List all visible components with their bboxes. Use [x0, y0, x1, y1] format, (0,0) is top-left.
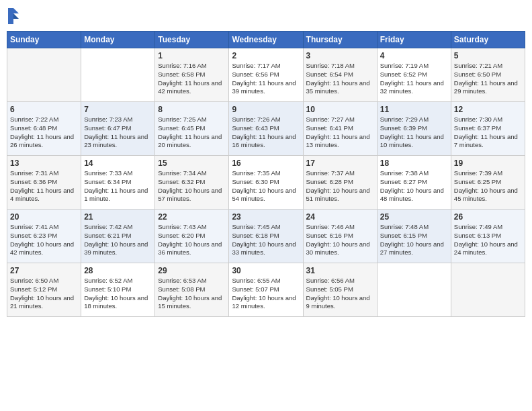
day-number: 4 — [380, 51, 448, 60]
col-header-saturday: Saturday — [451, 32, 525, 48]
cell-info: Sunrise: 7:34 AMSunset: 6:32 PMDaylight:… — [158, 169, 226, 203]
day-number: 20 — [10, 212, 78, 222]
cell-info: Sunrise: 6:55 AMSunset: 5:07 PMDaylight:… — [232, 277, 300, 311]
day-number: 6 — [10, 105, 78, 114]
cell-info: Sunrise: 7:25 AMSunset: 6:45 PMDaylight:… — [158, 116, 226, 150]
day-number: 31 — [306, 266, 374, 275]
calendar-cell: 26Sunrise: 7:49 AMSunset: 6:13 PMDayligh… — [451, 210, 525, 263]
cell-info: Sunrise: 7:35 AMSunset: 6:30 PMDaylight:… — [232, 169, 300, 203]
calendar-cell: 16Sunrise: 7:35 AMSunset: 6:30 PMDayligh… — [229, 156, 303, 210]
day-number: 26 — [454, 212, 522, 222]
calendar-cell: 11Sunrise: 7:29 AMSunset: 6:39 PMDayligh… — [377, 102, 451, 156]
cell-info: Sunrise: 7:16 AMSunset: 6:58 PMDaylight:… — [158, 62, 226, 96]
cell-info: Sunrise: 7:41 AMSunset: 6:23 PMDaylight:… — [10, 223, 78, 257]
cell-info: Sunrise: 7:39 AMSunset: 6:25 PMDaylight:… — [454, 169, 522, 203]
logo-icon — [7, 7, 20, 26]
calendar-cell: 5Sunrise: 7:21 AMSunset: 6:50 PMDaylight… — [451, 48, 525, 102]
day-number: 29 — [158, 266, 226, 275]
cell-info: Sunrise: 7:33 AMSunset: 6:34 PMDaylight:… — [84, 169, 152, 203]
calendar-cell: 17Sunrise: 7:37 AMSunset: 6:28 PMDayligh… — [303, 156, 377, 210]
day-number: 5 — [454, 51, 522, 60]
day-number: 7 — [84, 105, 152, 114]
cell-info: Sunrise: 7:37 AMSunset: 6:28 PMDaylight:… — [306, 169, 374, 203]
col-header-friday: Friday — [377, 32, 451, 48]
day-number: 1 — [158, 51, 226, 60]
week-row-2: 6Sunrise: 7:22 AMSunset: 6:48 PMDaylight… — [7, 102, 525, 156]
calendar-cell: 1Sunrise: 7:16 AMSunset: 6:58 PMDaylight… — [155, 48, 229, 102]
calendar-cell: 21Sunrise: 7:42 AMSunset: 6:21 PMDayligh… — [81, 210, 155, 263]
calendar-cell: 20Sunrise: 7:41 AMSunset: 6:23 PMDayligh… — [7, 210, 81, 263]
day-number: 13 — [10, 158, 78, 168]
calendar-cell — [81, 48, 155, 102]
calendar-cell — [451, 263, 525, 317]
col-header-monday: Monday — [81, 32, 155, 48]
cell-info: Sunrise: 7:48 AMSunset: 6:15 PMDaylight:… — [380, 223, 448, 257]
day-number: 14 — [84, 158, 152, 168]
day-number: 28 — [84, 266, 152, 275]
cell-info: Sunrise: 7:26 AMSunset: 6:43 PMDaylight:… — [232, 116, 300, 150]
calendar-cell: 2Sunrise: 7:17 AMSunset: 6:56 PMDaylight… — [229, 48, 303, 102]
cell-info: Sunrise: 7:23 AMSunset: 6:47 PMDaylight:… — [84, 116, 152, 150]
day-number: 3 — [306, 51, 374, 60]
cell-info: Sunrise: 7:17 AMSunset: 6:56 PMDaylight:… — [232, 62, 300, 96]
calendar-cell: 15Sunrise: 7:34 AMSunset: 6:32 PMDayligh… — [155, 156, 229, 210]
cell-info: Sunrise: 7:22 AMSunset: 6:48 PMDaylight:… — [10, 116, 78, 150]
calendar-cell: 4Sunrise: 7:19 AMSunset: 6:52 PMDaylight… — [377, 48, 451, 102]
calendar-table: SundayMondayTuesdayWednesdayThursdayFrid… — [7, 31, 525, 317]
cell-info: Sunrise: 6:53 AMSunset: 5:08 PMDaylight:… — [158, 277, 226, 311]
svg-rect-2 — [8, 8, 13, 24]
day-number: 27 — [10, 266, 78, 275]
cell-info: Sunrise: 6:52 AMSunset: 5:10 PMDaylight:… — [84, 277, 152, 311]
calendar-cell: 3Sunrise: 7:18 AMSunset: 6:54 PMDaylight… — [303, 48, 377, 102]
day-number: 12 — [454, 105, 522, 114]
calendar-cell: 6Sunrise: 7:22 AMSunset: 6:48 PMDaylight… — [7, 102, 81, 156]
cell-info: Sunrise: 7:18 AMSunset: 6:54 PMDaylight:… — [306, 62, 374, 96]
day-number: 17 — [306, 158, 374, 168]
calendar-cell: 9Sunrise: 7:26 AMSunset: 6:43 PMDaylight… — [229, 102, 303, 156]
calendar-cell: 29Sunrise: 6:53 AMSunset: 5:08 PMDayligh… — [155, 263, 229, 317]
day-number: 23 — [232, 212, 300, 222]
col-header-wednesday: Wednesday — [229, 32, 303, 48]
week-row-4: 20Sunrise: 7:41 AMSunset: 6:23 PMDayligh… — [7, 210, 525, 263]
cell-info: Sunrise: 6:50 AMSunset: 5:12 PMDaylight:… — [10, 277, 78, 311]
calendar-cell: 13Sunrise: 7:31 AMSunset: 6:36 PMDayligh… — [7, 156, 81, 210]
week-row-3: 13Sunrise: 7:31 AMSunset: 6:36 PMDayligh… — [7, 156, 525, 210]
calendar-cell: 31Sunrise: 6:56 AMSunset: 5:05 PMDayligh… — [303, 263, 377, 317]
calendar-cell: 14Sunrise: 7:33 AMSunset: 6:34 PMDayligh… — [81, 156, 155, 210]
day-number: 30 — [232, 266, 300, 275]
calendar-cell — [7, 48, 81, 102]
calendar-cell: 22Sunrise: 7:43 AMSunset: 6:20 PMDayligh… — [155, 210, 229, 263]
week-row-5: 27Sunrise: 6:50 AMSunset: 5:12 PMDayligh… — [7, 263, 525, 317]
cell-info: Sunrise: 7:19 AMSunset: 6:52 PMDaylight:… — [380, 62, 448, 96]
cell-info: Sunrise: 7:45 AMSunset: 6:18 PMDaylight:… — [232, 223, 300, 257]
calendar-cell — [377, 263, 451, 317]
cell-info: Sunrise: 7:38 AMSunset: 6:27 PMDaylight:… — [380, 169, 448, 203]
cell-info: Sunrise: 6:56 AMSunset: 5:05 PMDaylight:… — [306, 277, 374, 311]
calendar-cell: 8Sunrise: 7:25 AMSunset: 6:45 PMDaylight… — [155, 102, 229, 156]
day-number: 8 — [158, 105, 226, 114]
col-header-tuesday: Tuesday — [155, 32, 229, 48]
day-number: 19 — [454, 158, 522, 168]
header-row: SundayMondayTuesdayWednesdayThursdayFrid… — [7, 32, 525, 48]
day-number: 21 — [84, 212, 152, 222]
cell-info: Sunrise: 7:42 AMSunset: 6:21 PMDaylight:… — [84, 223, 152, 257]
calendar-cell: 7Sunrise: 7:23 AMSunset: 6:47 PMDaylight… — [81, 102, 155, 156]
calendar-cell: 23Sunrise: 7:45 AMSunset: 6:18 PMDayligh… — [229, 210, 303, 263]
svg-marker-1 — [13, 13, 19, 19]
day-number: 10 — [306, 105, 374, 114]
page-header — [7, 7, 525, 26]
calendar-cell: 27Sunrise: 6:50 AMSunset: 5:12 PMDayligh… — [7, 263, 81, 317]
cell-info: Sunrise: 7:43 AMSunset: 6:20 PMDaylight:… — [158, 223, 226, 257]
day-number: 11 — [380, 105, 448, 114]
calendar-cell: 18Sunrise: 7:38 AMSunset: 6:27 PMDayligh… — [377, 156, 451, 210]
col-header-sunday: Sunday — [7, 32, 81, 48]
cell-info: Sunrise: 7:31 AMSunset: 6:36 PMDaylight:… — [10, 169, 78, 203]
logo — [7, 7, 23, 26]
svg-marker-0 — [13, 8, 19, 13]
calendar-cell: 19Sunrise: 7:39 AMSunset: 6:25 PMDayligh… — [451, 156, 525, 210]
day-number: 25 — [380, 212, 448, 222]
calendar-cell: 10Sunrise: 7:27 AMSunset: 6:41 PMDayligh… — [303, 102, 377, 156]
calendar-cell: 12Sunrise: 7:30 AMSunset: 6:37 PMDayligh… — [451, 102, 525, 156]
cell-info: Sunrise: 7:46 AMSunset: 6:16 PMDaylight:… — [306, 223, 374, 257]
day-number: 18 — [380, 158, 448, 168]
